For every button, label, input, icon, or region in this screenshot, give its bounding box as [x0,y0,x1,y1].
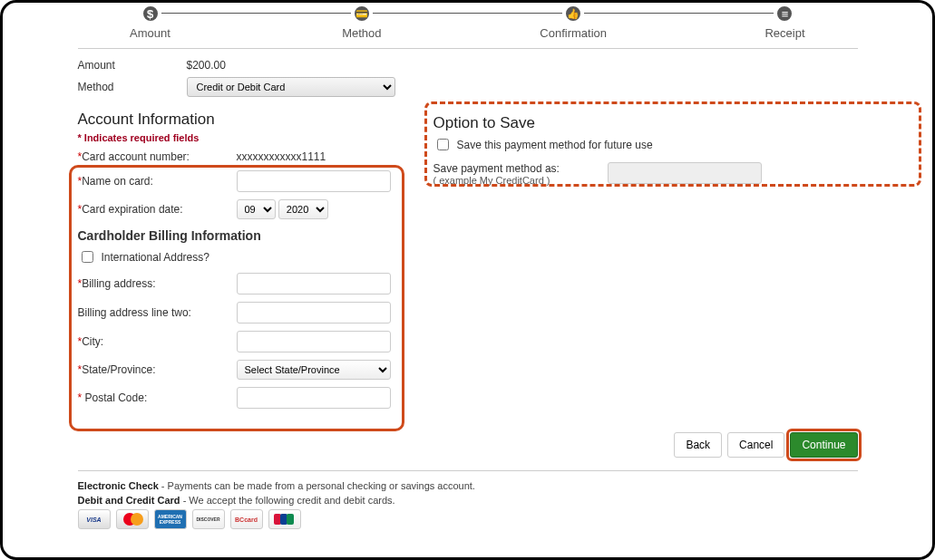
amex-icon: AMERICAN EXPRESS [154,509,187,529]
continue-button[interactable]: Continue [790,432,857,458]
thumbs-up-icon: 👍 [562,3,584,24]
dollar-icon: $ [140,3,161,24]
visa-icon: VISA [78,509,111,529]
step-label: Receipt [765,26,804,40]
amount-value: $200.00 [187,59,226,72]
footer: Electronic Check - Payments can be made … [78,480,858,529]
discover-icon: DISCOVER [192,509,225,529]
step-label: Amount [130,26,170,40]
billing-address-input[interactable] [237,273,391,294]
unionpay-icon [268,509,301,529]
name-on-card-row: *Name on card: [78,170,414,192]
expiration-label: Card expiration date: [82,203,182,216]
option-to-save-heading: Option to Save [433,114,851,132]
billing-address2-input[interactable] [237,302,391,323]
billing-address-label: Billing address: [82,277,155,290]
billing-info-heading: Cardholder Billing Information [78,228,414,243]
method-label: Method [78,81,187,93]
amount-label: Amount [78,59,187,72]
exp-month-select[interactable]: 09 [237,199,276,219]
back-button[interactable]: Back [674,432,722,458]
card-text: - We accept the following credit and deb… [180,495,395,506]
save-as-example: ( example My CreditCard ) [433,175,597,186]
name-on-card-label: Name on card: [82,175,153,188]
postal-input[interactable] [237,387,391,409]
step-amount: $ Amount [78,3,223,40]
postal-row: * Postal Code: [78,387,414,409]
echeck-bold: Electronic Check [78,480,159,491]
state-label: State/Province: [82,363,155,376]
svg-rect-4 [287,514,294,525]
save-as-label: Save payment method as: [433,162,597,175]
save-method-label: Save this payment method for future use [457,139,653,151]
summary-method-row: Method Credit or Debit Card [78,74,858,100]
city-input[interactable] [237,331,391,352]
save-method-checkbox[interactable] [437,139,449,150]
city-label: City: [82,335,103,348]
button-bar: Back Cancel Continue [78,432,858,458]
svg-rect-3 [280,514,287,525]
card-icon: 💳 [351,3,373,24]
card-bold: Debit and Credit Card [78,495,180,506]
summary-amount-row: Amount $200.00 [78,56,858,74]
cancel-button[interactable]: Cancel [727,432,784,458]
expiration-row: *Card expiration date: 09 2020 [78,199,414,219]
billing-address-row: *Billing address: [78,273,414,294]
svg-point-1 [131,513,143,526]
card-number-row: *Card account number: xxxxxxxxxxxx1111 [78,150,414,163]
step-method: 💳 Method [289,3,434,40]
progress-tracker: $ Amount 💳 Method 👍 Confirmation ≡ Recei… [78,3,858,44]
save-as-input[interactable] [608,162,762,184]
card-number-value: xxxxxxxxxxxx1111 [237,150,414,163]
svg-rect-2 [274,514,281,525]
step-label: Confirmation [540,26,607,40]
list-icon: ≡ [774,3,795,24]
method-select[interactable]: Credit or Debit Card [187,77,395,97]
mastercard-icon [116,509,149,529]
step-confirmation: 👍 Confirmation [501,3,646,40]
payment-method-form: $ Amount 💳 Method 👍 Confirmation ≡ Recei… [0,0,935,560]
international-address-label: International Address? [102,251,209,264]
name-on-card-input[interactable] [237,170,391,192]
step-label: Method [342,26,381,40]
city-row: *City: [78,331,414,352]
billing-address2-label: Billing address line two: [78,306,191,319]
step-receipt: ≡ Receipt [712,3,857,40]
state-select[interactable]: Select State/Province [237,360,391,380]
state-row: *State/Province: Select State/Province [78,360,414,380]
card-number-label: Card account number: [82,150,190,163]
exp-year-select[interactable]: 2020 [278,199,328,219]
postal-label: Postal Code: [82,391,147,404]
required-note: * Indicates required fields [78,132,414,143]
international-address-checkbox[interactable] [82,251,93,263]
echeck-text: - Payments can be made from a personal c… [159,480,475,491]
billing-address2-row: Billing address line two: [78,302,414,323]
bccard-icon: BCcard [230,509,263,529]
account-info-heading: Account Information [78,111,414,129]
